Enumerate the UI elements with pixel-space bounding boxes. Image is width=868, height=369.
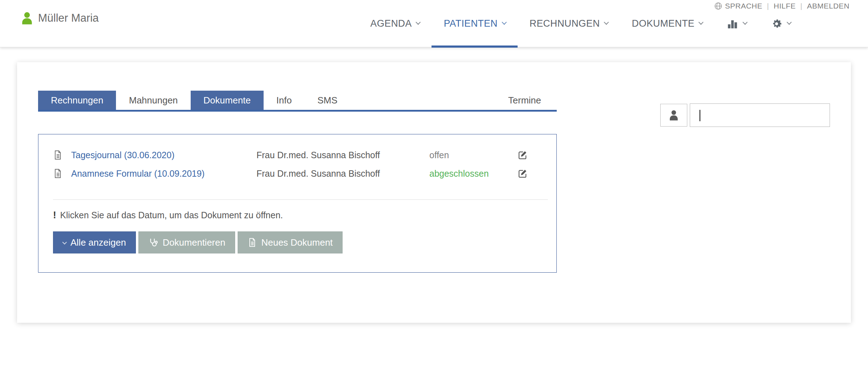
nav-statistics[interactable] — [714, 0, 758, 47]
tab-info[interactable]: Info — [264, 91, 305, 110]
patient-search — [660, 104, 830, 127]
chevron-down-icon — [502, 20, 507, 25]
document-status: offen — [429, 150, 517, 160]
file-text-icon — [248, 237, 257, 247]
chevron-down-icon — [604, 20, 609, 25]
user-avatar-icon — [21, 11, 33, 25]
gear-icon — [771, 18, 783, 30]
document-link[interactable]: Anamnese Formular (10.09.2019) — [71, 169, 256, 179]
nav-rechnungen[interactable]: RECHNUNGEN — [518, 0, 620, 47]
chevron-down-icon — [62, 240, 67, 245]
patient-search-icon-box — [660, 104, 687, 127]
tab-sms[interactable]: SMS — [305, 91, 350, 110]
edit-icon — [517, 168, 528, 179]
new-document-button[interactable]: Neues Dokument — [238, 231, 343, 253]
patient-search-input[interactable] — [690, 104, 830, 127]
active-nav-underline — [432, 46, 517, 48]
document-provider: Frau Dr.med. Susanna Bischoff — [256, 150, 429, 160]
patient-detail-card: Rechnungen Mahnungen Dokumente Info SMS … — [17, 62, 851, 323]
documents-panel: Tagesjournal (30.06.2020) Frau Dr.med. S… — [38, 134, 557, 273]
document-status: abgeschlossen — [429, 169, 517, 179]
document-list: Tagesjournal (30.06.2020) Frau Dr.med. S… — [38, 134, 556, 183]
edit-document-button[interactable] — [517, 167, 556, 180]
patient-tabbar: Rechnungen Mahnungen Dokumente Info SMS … — [38, 91, 557, 112]
hint-text: ! Klicken Sie auf das Datum, um das Doku… — [53, 210, 556, 221]
edit-icon — [517, 150, 528, 160]
nav-dokumente[interactable]: DOKUMENTE — [620, 0, 714, 47]
stethoscope-icon — [148, 237, 158, 247]
document-row: Anamnese Formular (10.09.2019) Frau Dr.m… — [38, 164, 556, 183]
main-navigation: AGENDA PATIENTEN RECHNUNGEN DOKUMENTE — [358, 0, 803, 47]
file-text-icon — [53, 168, 71, 179]
tab-rechnungen[interactable]: Rechnungen — [38, 91, 116, 110]
panel-divider — [53, 199, 548, 200]
chevron-down-icon — [743, 20, 748, 25]
file-text-icon — [53, 150, 71, 160]
chevron-down-icon — [787, 20, 792, 25]
logout-link[interactable]: ABMELDEN — [807, 2, 850, 10]
patient-search-field — [690, 103, 830, 127]
tab-termine[interactable]: Termine — [496, 91, 554, 110]
dokumentieren-button[interactable]: Dokumentieren — [138, 231, 235, 253]
person-icon — [668, 109, 679, 121]
tab-mahnungen[interactable]: Mahnungen — [116, 91, 190, 110]
text-caret — [699, 110, 700, 121]
bar-chart-icon — [726, 18, 739, 30]
document-provider: Frau Dr.med. Susanna Bischoff — [256, 169, 429, 179]
document-actions: Alle anzeigen Dokumentieren — [53, 231, 556, 253]
nav-settings[interactable] — [758, 0, 803, 47]
chevron-down-icon — [699, 20, 704, 25]
chevron-down-icon — [416, 20, 421, 25]
document-row: Tagesjournal (30.06.2020) Frau Dr.med. S… — [38, 146, 556, 164]
edit-document-button[interactable] — [517, 149, 556, 161]
tab-dokumente[interactable]: Dokumente — [191, 91, 264, 110]
exclamation-icon: ! — [53, 210, 56, 221]
user-name: Müller Maria — [38, 12, 99, 25]
logged-in-user: Müller Maria — [21, 11, 99, 25]
nav-patienten[interactable]: PATIENTEN — [432, 0, 517, 47]
page: SPRACHE | HILFE | ABMELDEN Müller Maria — [0, 0, 868, 369]
document-link[interactable]: Tagesjournal (30.06.2020) — [71, 150, 256, 160]
nav-agenda[interactable]: AGENDA — [358, 0, 432, 47]
app-header: SPRACHE | HILFE | ABMELDEN Müller Maria — [0, 0, 868, 47]
show-all-button[interactable]: Alle anzeigen — [53, 231, 136, 253]
